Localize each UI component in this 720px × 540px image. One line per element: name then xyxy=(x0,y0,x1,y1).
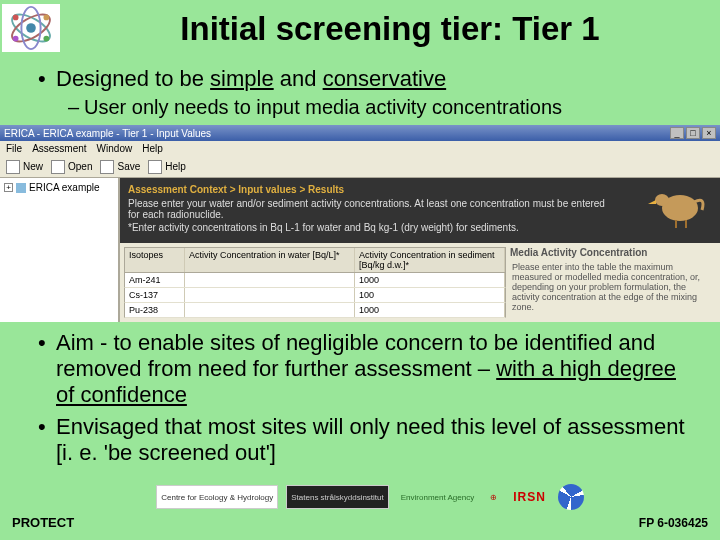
logo-nuclear-icon: ⊕ xyxy=(486,485,501,509)
bullet-2: Aim - to enable sites of negligible conc… xyxy=(38,330,690,408)
bullet-3: Envisaged that most sites will only need… xyxy=(38,414,690,466)
instruction-line-1: Please enter your water and/or sediment … xyxy=(128,198,610,220)
cell-water[interactable] xyxy=(185,303,355,317)
toolbar-help-label: Help xyxy=(165,161,186,172)
bullet-list-bottom: Aim - to enable sites of negligible conc… xyxy=(0,330,720,466)
col-sediment: Activity Concentration in sediment [Bq/k… xyxy=(355,248,505,272)
bullet-1-pre: Designed to be xyxy=(56,66,210,91)
cell-sed[interactable]: 1000 xyxy=(355,273,505,287)
svg-point-6 xyxy=(43,36,49,42)
logo-irsn: IRSN xyxy=(509,485,550,509)
page-title: Initial screening tier: Tier 1 xyxy=(0,0,720,60)
tree-root-label: ERICA example xyxy=(29,182,100,193)
bullet-1-u1: simple xyxy=(210,66,274,91)
minimize-button[interactable]: _ xyxy=(670,127,684,139)
bullet-1-mid: and xyxy=(274,66,323,91)
new-icon xyxy=(6,160,20,174)
col-water: Activity Concentration in water [Bq/L]* xyxy=(185,248,355,272)
toolbar-save-label: Save xyxy=(117,161,140,172)
project-name: PROTECT xyxy=(12,515,74,530)
toolbar-open-label: Open xyxy=(68,161,92,172)
footer: PROTECT FP 6-036425 xyxy=(0,515,720,530)
side-panel-text: Please enter into the table the maximum … xyxy=(510,260,716,314)
svg-point-7 xyxy=(13,36,19,42)
corner-logo xyxy=(2,4,60,52)
erica-app-screenshot: ERICA - ERICA example - Tier 1 - Input V… xyxy=(0,125,720,322)
bullet-1-u2: conservative xyxy=(323,66,447,91)
logo-ssi: Statens strålskyddsinstitut xyxy=(286,485,388,509)
data-grid: Isotopes Activity Concentration in water… xyxy=(124,247,506,318)
cell-iso: Pu-238 xyxy=(125,303,185,317)
side-panel-title: Media Activity Concentration xyxy=(510,247,716,258)
dodo-bird-icon xyxy=(642,182,712,228)
tree-toggle-icon[interactable]: + xyxy=(4,183,13,192)
bullet-1-sub: User only needs to input media activity … xyxy=(68,96,690,119)
toolbar-help[interactable]: Help xyxy=(148,160,186,174)
breadcrumb: Assessment Context > Input values > Resu… xyxy=(128,184,610,195)
toolbar-new[interactable]: New xyxy=(6,160,43,174)
toolbar-save[interactable]: Save xyxy=(100,160,140,174)
instruction-panel: Assessment Context > Input values > Resu… xyxy=(120,178,720,243)
help-icon xyxy=(148,160,162,174)
svg-point-5 xyxy=(43,15,49,21)
grid-header: Isotopes Activity Concentration in water… xyxy=(124,247,506,273)
logo-fp6-icon xyxy=(558,484,584,510)
table-row[interactable]: Pu-238 1000 xyxy=(124,303,506,318)
logo-strip: Centre for Ecology & Hydrology Statens s… xyxy=(150,482,590,512)
toolbar: New Open Save Help xyxy=(0,156,720,178)
open-icon xyxy=(51,160,65,174)
table-row[interactable]: Am-241 1000 xyxy=(124,273,506,288)
tree-panel: + ERICA example xyxy=(0,178,120,322)
svg-point-4 xyxy=(13,15,19,21)
save-icon xyxy=(100,160,114,174)
side-panel: Media Activity Concentration Please ente… xyxy=(510,247,716,318)
svg-point-3 xyxy=(26,23,36,33)
table-row[interactable]: Cs-137 100 xyxy=(124,288,506,303)
svg-point-9 xyxy=(655,194,669,206)
instruction-line-2: *Enter activity concentrations in Bq L-1… xyxy=(128,222,610,233)
window-titlebar: ERICA - ERICA example - Tier 1 - Input V… xyxy=(0,125,720,141)
window-title: ERICA - ERICA example - Tier 1 - Input V… xyxy=(4,128,211,139)
menu-window[interactable]: Window xyxy=(97,143,133,154)
menu-assessment[interactable]: Assessment xyxy=(32,143,86,154)
fp-code: FP 6-036425 xyxy=(639,516,708,530)
data-grid-area: Isotopes Activity Concentration in water… xyxy=(120,243,720,322)
cell-water[interactable] xyxy=(185,288,355,302)
bullet-list-top: Designed to be simple and conservative U… xyxy=(0,66,720,119)
cell-sed[interactable]: 1000 xyxy=(355,303,505,317)
cell-iso: Cs-137 xyxy=(125,288,185,302)
cell-sed[interactable]: 100 xyxy=(355,288,505,302)
menubar: File Assessment Window Help xyxy=(0,141,720,156)
toolbar-new-label: New xyxy=(23,161,43,172)
col-isotopes: Isotopes xyxy=(125,248,185,272)
bullet-1: Designed to be simple and conservative xyxy=(38,66,690,92)
logo-ssi-l1: Statens strålskyddsinstitut xyxy=(291,493,383,502)
tree-root[interactable]: + ERICA example xyxy=(4,182,114,193)
menu-file[interactable]: File xyxy=(6,143,22,154)
toolbar-open[interactable]: Open xyxy=(51,160,92,174)
cell-iso: Am-241 xyxy=(125,273,185,287)
tree-folder-icon xyxy=(16,183,26,193)
logo-ea: Environment Agency xyxy=(397,485,478,509)
close-button[interactable]: × xyxy=(702,127,716,139)
menu-help[interactable]: Help xyxy=(142,143,163,154)
maximize-button[interactable]: □ xyxy=(686,127,700,139)
cell-water[interactable] xyxy=(185,273,355,287)
logo-ceh: Centre for Ecology & Hydrology xyxy=(156,485,278,509)
